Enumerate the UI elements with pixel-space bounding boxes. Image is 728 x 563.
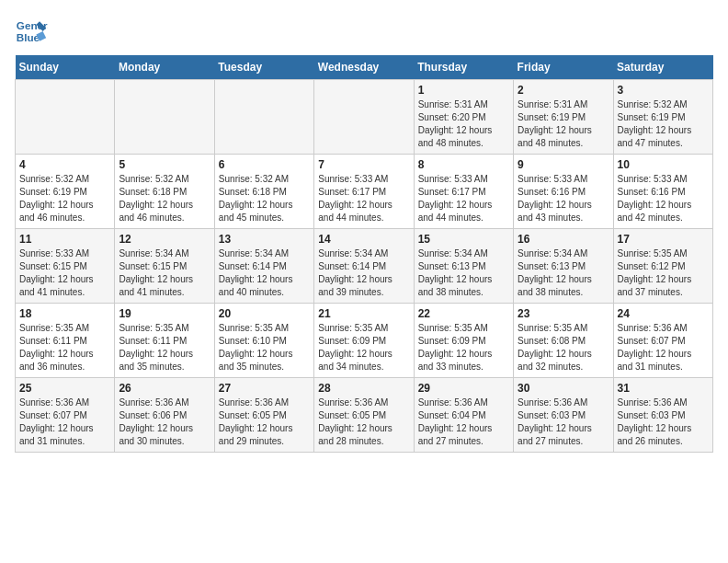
calendar-cell: 1Sunrise: 5:31 AM Sunset: 6:20 PM Daylig… <box>414 80 513 155</box>
day-info: Sunrise: 5:33 AM Sunset: 6:17 PM Dayligh… <box>418 173 509 224</box>
calendar-cell: 18Sunrise: 5:35 AM Sunset: 6:11 PM Dayli… <box>16 304 115 378</box>
day-number: 22 <box>418 307 509 320</box>
day-number: 20 <box>219 307 310 320</box>
day-info: Sunrise: 5:36 AM Sunset: 6:05 PM Dayligh… <box>318 396 409 448</box>
week-row-5: 25Sunrise: 5:36 AM Sunset: 6:07 PM Dayli… <box>16 378 713 453</box>
day-number: 8 <box>418 158 509 171</box>
header-thursday: Thursday <box>414 55 513 80</box>
day-info: Sunrise: 5:33 AM Sunset: 6:16 PM Dayligh… <box>618 173 709 224</box>
calendar-cell: 10Sunrise: 5:33 AM Sunset: 6:16 PM Dayli… <box>613 155 712 229</box>
day-number: 10 <box>618 158 709 171</box>
calendar-cell: 25Sunrise: 5:36 AM Sunset: 6:07 PM Dayli… <box>16 378 115 453</box>
day-info: Sunrise: 5:31 AM Sunset: 6:19 PM Dayligh… <box>518 98 609 150</box>
day-info: Sunrise: 5:35 AM Sunset: 6:09 PM Dayligh… <box>418 322 509 373</box>
calendar-cell: 7Sunrise: 5:33 AM Sunset: 6:17 PM Daylig… <box>314 155 414 229</box>
calendar-cell: 23Sunrise: 5:35 AM Sunset: 6:08 PM Dayli… <box>514 304 613 378</box>
day-info: Sunrise: 5:33 AM Sunset: 6:17 PM Dayligh… <box>318 173 409 224</box>
calendar-cell: 4Sunrise: 5:32 AM Sunset: 6:19 PM Daylig… <box>16 155 115 229</box>
day-number: 14 <box>318 233 409 246</box>
week-row-2: 4Sunrise: 5:32 AM Sunset: 6:19 PM Daylig… <box>16 155 713 229</box>
day-info: Sunrise: 5:35 AM Sunset: 6:08 PM Dayligh… <box>518 322 609 373</box>
day-number: 31 <box>618 382 709 395</box>
day-info: Sunrise: 5:34 AM Sunset: 6:13 PM Dayligh… <box>418 247 509 299</box>
day-info: Sunrise: 5:32 AM Sunset: 6:19 PM Dayligh… <box>19 173 110 224</box>
day-number: 13 <box>219 233 310 246</box>
calendar-cell <box>214 80 313 155</box>
calendar-cell: 11Sunrise: 5:33 AM Sunset: 6:15 PM Dayli… <box>16 229 115 304</box>
day-info: Sunrise: 5:35 AM Sunset: 6:12 PM Dayligh… <box>618 247 709 299</box>
day-number: 7 <box>318 158 409 171</box>
calendar-cell: 28Sunrise: 5:36 AM Sunset: 6:05 PM Dayli… <box>314 378 414 453</box>
week-row-4: 18Sunrise: 5:35 AM Sunset: 6:11 PM Dayli… <box>16 304 713 378</box>
calendar-cell <box>314 80 414 155</box>
day-number: 12 <box>119 233 210 246</box>
header-monday: Monday <box>115 55 214 80</box>
calendar-cell: 3Sunrise: 5:32 AM Sunset: 6:19 PM Daylig… <box>613 80 712 155</box>
calendar-cell: 8Sunrise: 5:33 AM Sunset: 6:17 PM Daylig… <box>414 155 513 229</box>
calendar-cell: 14Sunrise: 5:34 AM Sunset: 6:14 PM Dayli… <box>314 229 414 304</box>
calendar-cell: 13Sunrise: 5:34 AM Sunset: 6:14 PM Dayli… <box>214 229 313 304</box>
day-info: Sunrise: 5:36 AM Sunset: 6:07 PM Dayligh… <box>618 322 709 373</box>
header-saturday: Saturday <box>613 55 712 80</box>
day-number: 15 <box>418 233 509 246</box>
calendar-cell: 19Sunrise: 5:35 AM Sunset: 6:11 PM Dayli… <box>115 304 214 378</box>
day-info: Sunrise: 5:31 AM Sunset: 6:20 PM Dayligh… <box>418 98 509 150</box>
day-number: 28 <box>318 382 409 395</box>
calendar-cell: 20Sunrise: 5:35 AM Sunset: 6:10 PM Dayli… <box>214 304 313 378</box>
header-friday: Friday <box>514 55 613 80</box>
calendar-cell: 31Sunrise: 5:36 AM Sunset: 6:03 PM Dayli… <box>613 378 712 453</box>
day-info: Sunrise: 5:36 AM Sunset: 6:05 PM Dayligh… <box>219 396 310 448</box>
day-info: Sunrise: 5:32 AM Sunset: 6:18 PM Dayligh… <box>119 173 210 224</box>
day-info: Sunrise: 5:32 AM Sunset: 6:18 PM Dayligh… <box>219 173 310 224</box>
day-info: Sunrise: 5:33 AM Sunset: 6:16 PM Dayligh… <box>518 173 609 224</box>
day-number: 1 <box>418 84 509 97</box>
day-number: 27 <box>219 382 310 395</box>
day-info: Sunrise: 5:34 AM Sunset: 6:14 PM Dayligh… <box>219 247 310 299</box>
day-info: Sunrise: 5:33 AM Sunset: 6:15 PM Dayligh… <box>19 247 110 299</box>
calendar-cell: 15Sunrise: 5:34 AM Sunset: 6:13 PM Dayli… <box>414 229 513 304</box>
day-number: 29 <box>418 382 509 395</box>
day-number: 4 <box>19 158 110 171</box>
day-info: Sunrise: 5:36 AM Sunset: 6:06 PM Dayligh… <box>119 396 210 448</box>
calendar-cell: 6Sunrise: 5:32 AM Sunset: 6:18 PM Daylig… <box>214 155 313 229</box>
day-info: Sunrise: 5:35 AM Sunset: 6:10 PM Dayligh… <box>219 322 310 373</box>
calendar-cell: 30Sunrise: 5:36 AM Sunset: 6:03 PM Dayli… <box>514 378 613 453</box>
calendar-header-row: SundayMondayTuesdayWednesdayThursdayFrid… <box>16 55 713 80</box>
calendar-table: SundayMondayTuesdayWednesdayThursdayFrid… <box>15 55 713 453</box>
logo-icon: General Blue <box>15 15 48 48</box>
calendar-cell: 16Sunrise: 5:34 AM Sunset: 6:13 PM Dayli… <box>514 229 613 304</box>
day-info: Sunrise: 5:36 AM Sunset: 6:03 PM Dayligh… <box>618 396 709 448</box>
day-number: 19 <box>119 307 210 320</box>
day-info: Sunrise: 5:34 AM Sunset: 6:13 PM Dayligh… <box>518 247 609 299</box>
day-number: 11 <box>19 233 110 246</box>
day-number: 2 <box>518 84 609 97</box>
calendar-cell: 26Sunrise: 5:36 AM Sunset: 6:06 PM Dayli… <box>115 378 214 453</box>
calendar-cell: 22Sunrise: 5:35 AM Sunset: 6:09 PM Dayli… <box>414 304 513 378</box>
day-info: Sunrise: 5:36 AM Sunset: 6:03 PM Dayligh… <box>518 396 609 448</box>
day-number: 5 <box>119 158 210 171</box>
calendar-cell: 5Sunrise: 5:32 AM Sunset: 6:18 PM Daylig… <box>115 155 214 229</box>
day-info: Sunrise: 5:34 AM Sunset: 6:14 PM Dayligh… <box>318 247 409 299</box>
calendar-cell <box>16 80 115 155</box>
day-number: 30 <box>518 382 609 395</box>
day-number: 9 <box>518 158 609 171</box>
day-number: 24 <box>618 307 709 320</box>
calendar-cell <box>115 80 214 155</box>
day-number: 21 <box>318 307 409 320</box>
day-number: 18 <box>19 307 110 320</box>
day-info: Sunrise: 5:34 AM Sunset: 6:15 PM Dayligh… <box>119 247 210 299</box>
day-info: Sunrise: 5:36 AM Sunset: 6:04 PM Dayligh… <box>418 396 509 448</box>
day-number: 17 <box>618 233 709 246</box>
svg-text:Blue: Blue <box>17 31 40 43</box>
day-number: 6 <box>219 158 310 171</box>
day-number: 25 <box>19 382 110 395</box>
calendar-cell: 21Sunrise: 5:35 AM Sunset: 6:09 PM Dayli… <box>314 304 414 378</box>
calendar-cell: 27Sunrise: 5:36 AM Sunset: 6:05 PM Dayli… <box>214 378 313 453</box>
calendar-cell: 29Sunrise: 5:36 AM Sunset: 6:04 PM Dayli… <box>414 378 513 453</box>
day-info: Sunrise: 5:35 AM Sunset: 6:09 PM Dayligh… <box>318 322 409 373</box>
calendar-cell: 17Sunrise: 5:35 AM Sunset: 6:12 PM Dayli… <box>613 229 712 304</box>
header-sunday: Sunday <box>16 55 115 80</box>
header-wednesday: Wednesday <box>314 55 414 80</box>
calendar-cell: 2Sunrise: 5:31 AM Sunset: 6:19 PM Daylig… <box>514 80 613 155</box>
page-header: General Blue <box>15 15 713 48</box>
